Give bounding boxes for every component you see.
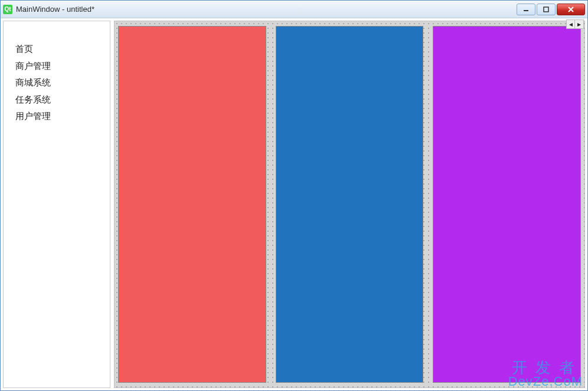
- sidebar-item-user[interactable]: 用户管理: [15, 110, 110, 123]
- minimize-button[interactable]: [517, 4, 535, 15]
- sidebar-item-merchant[interactable]: 商户管理: [15, 60, 110, 73]
- panel-red[interactable]: [118, 26, 266, 383]
- window-controls: [517, 4, 585, 15]
- client-area: 首页 商户管理 商城系统 任务系统 用户管理: [1, 18, 587, 390]
- sidebar: 首页 商户管理 商城系统 任务系统 用户管理: [3, 21, 110, 388]
- main-window: Qt MainWindow - untitled* ◂ ▸ 首页 商户管理 商城…: [0, 0, 588, 391]
- panel-purple[interactable]: [433, 26, 581, 383]
- sidebar-item-home[interactable]: 首页: [15, 42, 110, 56]
- tab-scroll-arrows: ◂ ▸: [566, 19, 584, 29]
- scroll-right-icon[interactable]: ▸: [575, 20, 583, 28]
- close-button[interactable]: [557, 4, 585, 15]
- sidebar-item-task[interactable]: 任务系统: [15, 93, 110, 107]
- svg-rect-1: [544, 7, 548, 12]
- maximize-button[interactable]: [537, 4, 556, 15]
- designer-canvas[interactable]: [114, 21, 585, 388]
- window-title: MainWindow - untitled*: [16, 5, 517, 14]
- qt-app-icon: Qt: [3, 5, 12, 14]
- panel-blue[interactable]: [276, 26, 424, 383]
- titlebar[interactable]: Qt MainWindow - untitled*: [1, 1, 587, 18]
- scroll-left-icon[interactable]: ◂: [567, 20, 575, 28]
- sidebar-item-mall[interactable]: 商城系统: [15, 76, 110, 90]
